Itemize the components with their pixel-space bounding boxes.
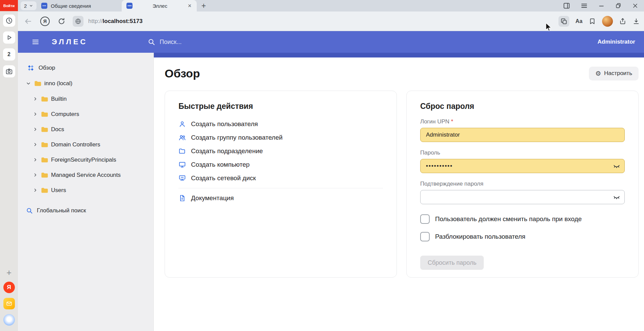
reset-password-button[interactable]: Сбросить пароль [420,256,484,270]
url-field[interactable]: http://localhost:5173 [88,18,143,25]
chevron-right-icon[interactable] [32,112,38,117]
chevron-down-icon[interactable] [25,81,31,86]
password-label: Пароль [420,149,625,156]
folder-icon [41,157,48,163]
app-search [148,38,261,46]
tab-elles[interactable]: Эллес × [122,0,197,11]
password-reset-card: Сброс пароля Логин UPN * Пароль [406,91,639,278]
quick-action-create-org-unit[interactable]: Создать подразделение [178,147,383,156]
must-change-password-option[interactable]: Пользователь должен сменить пароль при в… [420,214,625,224]
tab-title: Эллес [136,3,184,9]
chevron-right-icon[interactable] [32,96,38,101]
tree-item-foreign-security-principals[interactable]: ForeignSecurityPrincipals [18,152,153,167]
yandex-logo[interactable]: Я [3,282,15,293]
app-sidebar: Обзор inno (local) Bui [18,53,154,331]
tree-item-domain-controllers[interactable]: Domain Controllers [18,137,153,152]
quick-action-label: Создать сетевой диск [191,174,256,182]
download-icon[interactable] [633,18,640,25]
tree-root-inno-local[interactable]: inno (local) [18,76,153,91]
page-title: Обзор [165,67,200,80]
side-panel-icon[interactable] [563,2,570,9]
profile-avatar[interactable] [602,16,613,27]
chevron-right-icon[interactable] [32,127,38,132]
share-icon[interactable] [619,18,626,25]
quick-action-create-user[interactable]: Создать пользователя [178,120,383,128]
eye-off-icon[interactable] [613,162,620,170]
browser-sidebar: Войти 2 + Я [0,0,18,331]
sidebar-item-overview[interactable]: Обзор [18,62,153,74]
tree-item-users[interactable]: Users [18,183,153,198]
tree-item-managed-service-accounts[interactable]: Managed Service Accounts [18,167,153,183]
confirm-password-label: Подтверждение пароля [420,181,625,187]
site-icon[interactable] [73,16,84,27]
quick-action-create-computer[interactable]: Создать компьютер [178,160,383,169]
password-input[interactable] [420,159,625,173]
browser-window: Войти 2 + Я 2 [0,0,644,331]
chevron-right-icon[interactable] [32,157,38,162]
sidebar-item-global-search[interactable]: Глобальный поиск [18,204,153,217]
login-upn-input[interactable] [420,128,625,142]
translate-icon[interactable]: Аа [575,18,582,24]
gear-icon: ⚙ [595,70,601,77]
back-icon[interactable] [24,17,32,25]
search-icon [26,207,33,214]
header-strip [154,53,644,57]
documentation-link-label: Документация [191,194,234,202]
quick-action-label: Создать подразделение [191,147,263,155]
yandex-mail-icon[interactable] [3,298,15,309]
close-tab-icon[interactable]: × [187,2,192,9]
unlock-user-option[interactable]: Разблокировать пользователя [420,232,625,241]
quick-action-create-user-group[interactable]: Создать группу пользователей [178,133,383,142]
tab-count-badge[interactable]: 2 [3,48,15,61]
new-tab-button[interactable]: + [197,0,210,11]
play-icon[interactable] [3,31,15,44]
checkbox[interactable] [420,214,430,224]
tab-title: Общие сведения [51,3,91,9]
close-window-icon[interactable] [632,2,639,9]
restore-window-icon[interactable] [615,2,622,9]
chevron-right-icon[interactable] [32,172,38,178]
search-input[interactable] [160,39,261,46]
tree-item-label: ForeignSecurityPrincipals [51,157,116,163]
tab-group-chip[interactable]: 2 [21,1,37,10]
checkbox[interactable] [420,232,430,241]
bookmark-icon[interactable] [589,18,596,25]
tree-item-builtin[interactable]: Builtin [18,91,153,107]
documentation-link[interactable]: Документация [178,194,383,203]
alice-icon[interactable] [3,314,15,326]
elles-app: ЭЛЛЕС Administrator Обзор [18,31,644,331]
url-scheme: http:// [88,18,103,24]
app-header: ЭЛЛЕС Administrator [18,31,644,53]
quick-action-label: Создать пользователя [191,120,258,128]
minimize-window-icon[interactable] [598,2,605,9]
login-button[interactable]: Войти [0,0,18,11]
tree-item-docs[interactable]: Docs [18,122,153,137]
eye-off-icon[interactable] [613,193,620,201]
tab-obshchie-svedeniya[interactable]: Общие сведения [37,0,122,11]
confirm-password-input[interactable] [420,190,625,204]
screenshot-icon[interactable] [3,65,15,77]
tree-item-label: Users [51,187,66,194]
divider [178,188,383,188]
quick-action-create-network-drive[interactable]: Создать сетевой диск [178,174,383,183]
current-user[interactable]: Administrator [598,39,635,45]
address-bar: Я http://localhost:5173 Аа [18,11,644,31]
sidebar-add-icon[interactable]: + [6,268,11,277]
app-logo[interactable]: ЭЛЛЕС [52,38,88,46]
ya-search-icon[interactable]: Я [40,17,50,26]
tree-root-label: inno (local) [44,80,72,87]
tab-favicon [41,3,47,9]
chevron-right-icon[interactable] [32,142,38,147]
browser-menu-icon[interactable] [580,2,588,9]
history-icon[interactable] [3,15,15,27]
open-in-new-window-icon[interactable] [558,16,569,27]
configure-button[interactable]: ⚙ Настроить [589,67,639,80]
tree-item-label: Managed Service Accounts [51,172,121,179]
reload-icon[interactable] [58,18,65,25]
app-menu-icon[interactable] [31,38,40,46]
quick-actions-card: Быстрые действия Создать пользователя [165,91,397,278]
folder-icon [34,80,42,87]
tree-item-computers[interactable]: Computers [18,107,153,122]
quick-actions-title: Быстрые действия [178,102,383,111]
chevron-right-icon[interactable] [32,188,38,193]
